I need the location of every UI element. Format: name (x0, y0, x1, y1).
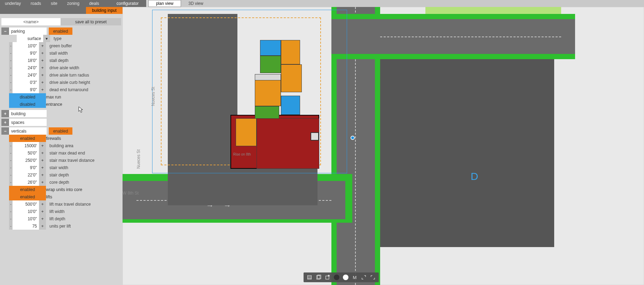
prop-value[interactable]: 10'0" (13, 208, 39, 215)
prop-label: dead end turnaround (46, 86, 92, 93)
decrement-button[interactable]: - (9, 142, 13, 149)
tab-underlay[interactable]: underlay (0, 0, 26, 7)
mouse-cursor (78, 106, 84, 113)
increment-button[interactable]: + (39, 200, 46, 208)
prop-label: building area (46, 142, 77, 149)
prop-value[interactable]: 15000' (13, 142, 39, 149)
flag-toggle[interactable]: enabled (9, 193, 46, 200)
increment-button[interactable]: + (39, 149, 46, 157)
collapse-verticals[interactable]: − (1, 127, 9, 135)
prop-value[interactable]: 500'0" (13, 200, 39, 208)
decrement-button[interactable]: - (9, 222, 13, 230)
prop-value[interactable]: 10'0" (13, 42, 39, 49)
decrement-button[interactable]: - (9, 86, 13, 93)
expand-spaces[interactable]: + (1, 119, 9, 126)
street-w8th: W 8th St (123, 191, 139, 196)
save-preset-button[interactable]: save all to preset (61, 18, 121, 25)
tab-zoning[interactable]: zoning (62, 0, 84, 7)
increment-button[interactable]: + (39, 64, 46, 71)
firewalls-toggle[interactable]: enabled (9, 135, 46, 142)
tab-site[interactable]: site (46, 0, 62, 7)
decrement-button[interactable]: - (9, 157, 13, 164)
prop-value[interactable]: 18'0" (13, 57, 39, 64)
prop-label: core depth (46, 179, 73, 186)
layers-icon[interactable] (306, 274, 313, 281)
increment-button[interactable]: + (39, 215, 46, 222)
prop-value[interactable]: 9'0" (13, 49, 39, 57)
decrement-button[interactable]: - (9, 200, 13, 208)
flag-toggle[interactable]: disabled (9, 101, 46, 108)
fullscreen-icon[interactable] (369, 274, 377, 281)
flag-toggle[interactable]: disabled (9, 93, 46, 101)
top-nav: underlay roads site zoning deals configu… (0, 0, 644, 7)
parking-type-select[interactable]: surface (17, 35, 43, 42)
plan-canvas[interactable]: → → ← D Nueces St Nueces St (123, 7, 644, 285)
prop-value[interactable]: 26'0" (13, 179, 39, 186)
view-plan[interactable]: plan view (148, 0, 181, 7)
decrement-button[interactable]: - (9, 149, 13, 157)
prop-value[interactable]: 24'0" (13, 71, 39, 79)
prop-value[interactable]: 10'0" (13, 215, 39, 222)
preset-name-input[interactable]: <name> (1, 18, 61, 25)
expand-building[interactable]: + (1, 110, 9, 117)
decrement-button[interactable]: - (9, 71, 13, 79)
increment-button[interactable]: + (39, 171, 46, 179)
sheet2-icon[interactable] (324, 274, 331, 281)
verticals-state-toggle[interactable]: enabled (49, 127, 72, 135)
increment-button[interactable]: + (39, 157, 46, 164)
increment-button[interactable]: + (39, 71, 46, 79)
increment-button[interactable]: + (39, 57, 46, 64)
tab-configurator[interactable]: configurator (109, 0, 146, 7)
prop-value[interactable]: 0'3" (13, 79, 39, 86)
increment-button[interactable]: + (39, 49, 46, 57)
decrement-button[interactable]: - (9, 42, 13, 49)
prop-value[interactable]: 75 (13, 222, 39, 230)
decrement-button[interactable]: - (9, 171, 13, 179)
tab-roads[interactable]: roads (26, 0, 46, 7)
increment-button[interactable]: + (39, 164, 46, 171)
street-nueces: Nueces St (151, 87, 156, 106)
dropdown-caret-icon[interactable]: ▾ (43, 35, 50, 42)
prop-value[interactable]: 9'0" (13, 164, 39, 171)
increment-button[interactable]: + (39, 42, 46, 49)
flag-toggle[interactable]: enabled (9, 186, 46, 193)
prop-value[interactable]: 9'0" (13, 86, 39, 93)
increment-button[interactable]: + (39, 222, 46, 230)
fit-icon[interactable] (360, 274, 368, 281)
increment-button[interactable]: + (39, 142, 46, 149)
prop-label: stall width (46, 49, 71, 57)
decrement-button[interactable]: - (9, 164, 13, 171)
prop-label: lift depth (46, 215, 69, 222)
collapse-parking[interactable]: − (1, 27, 9, 35)
decrement-button[interactable]: - (9, 79, 13, 86)
dot-light-icon[interactable] (342, 274, 350, 281)
decrement-button[interactable]: - (9, 64, 13, 71)
prop-label: stair width (46, 164, 72, 171)
tab-deals[interactable]: deals (84, 0, 104, 7)
decrement-button[interactable]: - (9, 215, 13, 222)
sheet1-icon[interactable] (315, 274, 322, 281)
section-parking-title: parking (9, 27, 47, 35)
section-building-title: building (9, 110, 47, 117)
decrement-button[interactable]: - (9, 208, 13, 215)
prop-value[interactable]: 50'0" (13, 149, 39, 157)
left-panel: <name> save all to preset − parking enab… (0, 14, 123, 285)
prop-value[interactable]: 24'0" (13, 64, 39, 71)
edit-handle[interactable] (351, 136, 355, 140)
prop-value[interactable]: 250'0" (13, 157, 39, 164)
tab-building-input[interactable]: building input (86, 7, 123, 14)
parking-state-toggle[interactable]: enabled (49, 27, 72, 35)
prop-value[interactable]: 22'0" (13, 171, 39, 179)
view-3d[interactable]: 3D view (181, 0, 211, 7)
section-spaces-title: spaces (9, 119, 47, 126)
increment-button[interactable]: + (39, 179, 46, 186)
dot-dark-icon[interactable] (333, 274, 340, 281)
decrement-button[interactable]: - (9, 49, 13, 57)
increment-button[interactable]: + (39, 86, 46, 93)
increment-button[interactable]: + (39, 208, 46, 215)
mode-m-button[interactable]: M (351, 274, 359, 281)
increment-button[interactable]: + (39, 79, 46, 86)
decrement-button[interactable]: - (9, 179, 13, 186)
flag-label: lifts (46, 193, 52, 200)
decrement-button[interactable]: - (9, 57, 13, 64)
